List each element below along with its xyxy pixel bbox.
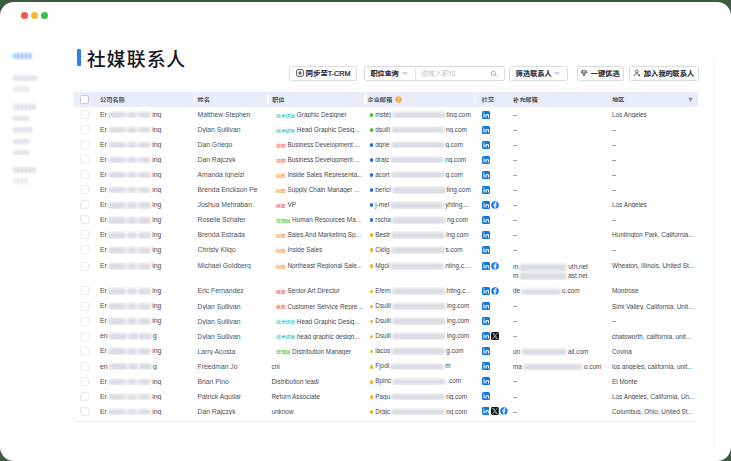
linkedin-icon[interactable] [482,407,490,415]
linkedin-icon[interactable] [482,216,490,224]
col-header-social[interactable]: 社交 [474,95,508,104]
email-cell: Mgolnting.c... [364,262,474,270]
sidebar-item-0[interactable] [13,53,32,59]
row-checkbox[interactable] [80,362,89,371]
region-empty [612,145,616,146]
sidebar-item-5[interactable] [13,127,33,133]
linkedin-icon[interactable] [482,246,490,254]
linkedin-icon[interactable] [482,156,490,164]
facebook-icon[interactable] [491,287,499,295]
row-checkbox[interactable] [80,125,89,134]
email-cell: Dsulliing.com [364,317,474,325]
x-twitter-icon[interactable] [491,407,499,415]
linkedin-icon[interactable] [482,302,490,310]
linkedin-icon[interactable] [482,362,490,370]
linkedin-icon[interactable] [482,231,490,239]
linkedin-icon[interactable] [482,171,490,179]
row-checkbox[interactable] [80,392,89,401]
row-checkbox[interactable] [80,347,89,356]
email-cell: bericiting.com [364,186,474,194]
sidebar-item-9[interactable] [13,178,28,184]
sidebar-item-1[interactable] [13,75,38,81]
row-checkbox[interactable] [80,262,89,271]
row-checkbox[interactable] [80,215,89,224]
col-header-email[interactable]: 企业邮箱 [364,95,474,104]
x-twitter-icon[interactable] [491,332,499,340]
company-cell: Ering [95,262,194,269]
linkedin-icon[interactable] [482,317,490,325]
row-checkbox[interactable] [80,170,89,179]
facebook-icon[interactable] [500,407,508,415]
linkedin-icon[interactable] [482,111,490,119]
facebook-icon[interactable] [491,201,499,209]
table-row: EringRoselle Schafer管理层Human Resources M… [74,212,698,227]
row-checkbox[interactable] [80,245,89,254]
row-checkbox[interactable] [80,155,89,164]
redacted-text [392,112,446,119]
region-cell: Huntington Park, California... [607,231,698,238]
supp-email-empty [513,397,517,398]
row-checkbox[interactable] [80,286,89,295]
sidebar-item-2[interactable] [13,86,30,92]
linkedin-icon[interactable] [482,392,490,400]
region-cell [607,126,698,133]
sidebar-item-6[interactable] [13,139,30,145]
col-header-region[interactable]: 地区 [607,95,698,104]
linkedin-icon[interactable] [482,141,490,149]
sidebar-item-3[interactable] [13,104,36,110]
row-checkbox[interactable] [80,302,89,311]
position-search-input[interactable]: 请输入职位 [416,68,504,78]
sidebar-item-7[interactable] [13,150,30,156]
select-all-checkbox[interactable] [80,95,89,104]
supp-email-cell [508,216,607,223]
linkedin-icon[interactable] [482,262,490,270]
position-title: Customer Service Repre... [287,303,362,310]
col-header-supp-email[interactable]: 补充邮箱 [508,95,607,104]
company-cell: Ering [95,393,194,400]
email-help-icon[interactable] [395,96,402,103]
sidebar-item-4[interactable] [13,116,30,122]
linkedin-icon[interactable] [482,287,490,295]
row-checkbox[interactable] [80,185,89,194]
traffic-light-minimize[interactable] [31,12,38,19]
region-cell [607,171,698,178]
one-click-optimize-button[interactable]: 一键优选 [577,66,624,81]
row-checkbox[interactable] [80,407,89,416]
row-checkbox[interactable] [80,377,89,386]
linkedin-icon[interactable] [482,126,490,134]
redacted-text [108,127,152,134]
sync-to-tcrm-button[interactable]: 同步至T-CRM [289,66,357,81]
sidebar-item-8[interactable] [13,167,36,173]
col-header-name[interactable]: 姓名 [194,95,267,104]
traffic-light-close[interactable] [21,12,28,19]
row-checkbox[interactable] [80,140,89,149]
email-cell: lacosg.com [364,347,474,355]
add-to-my-contacts-button[interactable]: 加入我的联系人 [629,66,700,81]
row-checkbox[interactable] [80,110,89,119]
row-checkbox[interactable] [80,230,89,239]
row-checkbox[interactable] [80,317,89,326]
facebook-icon[interactable] [491,262,499,270]
filter-contacts-dropdown[interactable]: 筛选联系人 [509,66,568,81]
linkedin-icon[interactable] [482,347,490,355]
linkedin-icon[interactable] [482,377,490,385]
traffic-light-zoom[interactable] [41,12,48,19]
col-header-position[interactable]: 职位 [267,95,364,104]
position-select[interactable]: 职位查询 [365,68,415,78]
position-title: Business Development ... [287,156,359,163]
email-status-dot [370,350,374,354]
row-checkbox[interactable] [80,332,89,341]
region-filter-icon[interactable] [687,96,694,103]
position-cell: 销售Sales And Marketing Sp... [267,231,364,238]
redacted-text [392,217,446,224]
position-tag: 销售 [274,187,287,194]
redacted-text [108,394,152,401]
row-checkbox[interactable] [80,200,89,209]
position-tag: 高管 [274,288,287,295]
linkedin-icon[interactable] [482,186,490,194]
linkedin-icon[interactable] [482,332,490,340]
col-header-company[interactable]: 公司名称 [95,95,194,104]
linkedin-icon[interactable] [482,201,490,209]
email-status-dot [370,203,374,207]
email-cell: Ckilgs.com [364,246,474,254]
